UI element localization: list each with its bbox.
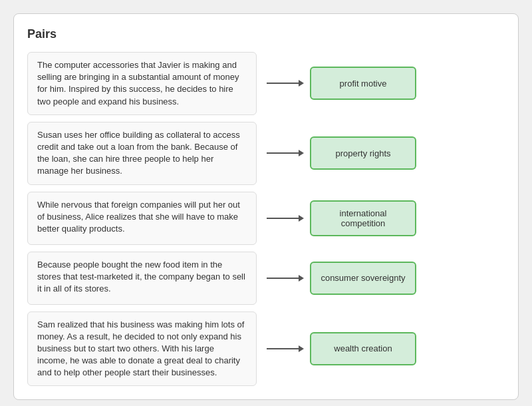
pair-row: Susan uses her office building as collat… (27, 122, 505, 185)
left-card-1: The computer accessories that Javier is … (27, 52, 257, 115)
main-container: Pairs The computer accessories that Javi… (13, 13, 519, 400)
arrow-3 (257, 218, 310, 219)
page-title: Pairs (27, 27, 505, 41)
pair-row: Sam realized that his business was makin… (27, 311, 505, 387)
left-card-4: Because people bought the new food item … (27, 252, 257, 305)
right-card-2: property rights (310, 136, 416, 170)
left-card-5: Sam realized that his business was makin… (27, 311, 257, 387)
arrow-line-2 (267, 152, 300, 154)
left-card-2: Susan uses her office building as collat… (27, 122, 257, 185)
arrow-5 (257, 348, 310, 349)
pairs-area: The computer accessories that Javier is … (27, 52, 505, 386)
arrow-line-1 (267, 83, 300, 84)
right-card-5: wealth creation (310, 332, 416, 365)
arrow-2 (257, 152, 310, 154)
right-card-3: international competition (310, 200, 416, 236)
pair-row: Because people bought the new food item … (27, 252, 505, 305)
right-card-4: consumer sovereignty (310, 262, 416, 295)
arrow-line-3 (267, 218, 300, 219)
pair-row: The computer accessories that Javier is … (27, 52, 505, 115)
arrow-line-4 (267, 278, 300, 279)
left-card-3: While nervous that foreign companies wil… (27, 192, 257, 245)
arrow-line-5 (267, 348, 300, 349)
arrow-1 (257, 83, 310, 84)
right-card-1: profit motive (310, 67, 416, 100)
pair-row: While nervous that foreign companies wil… (27, 192, 505, 245)
arrow-4 (257, 278, 310, 279)
